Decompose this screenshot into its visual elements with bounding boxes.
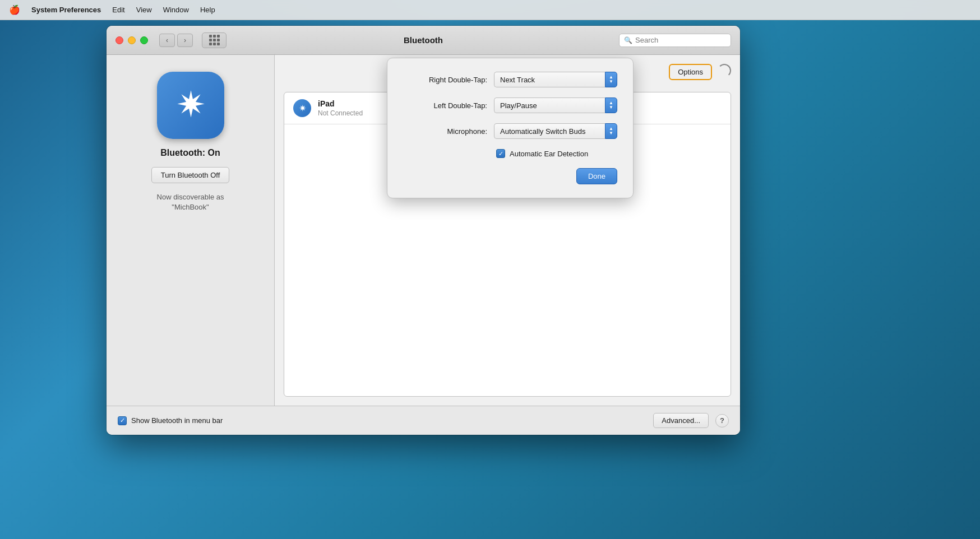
microphone-row: Microphone: Automatically Switch Buds ▲ … bbox=[403, 123, 617, 139]
bluetooth-status: Bluetooth: On bbox=[160, 148, 220, 158]
menubar-window[interactable]: Window bbox=[163, 6, 189, 14]
stepper-down-icon: ▼ bbox=[609, 131, 613, 136]
window-title: Bluetooth bbox=[404, 35, 443, 45]
left-double-tap-value: Play/Pause bbox=[494, 97, 605, 113]
system-preferences-window: ‹ › Bluetooth 🔍 ✴ Bluetooth: On bbox=[107, 26, 740, 435]
search-icon: 🔍 bbox=[624, 36, 632, 44]
nav-buttons: ‹ › bbox=[159, 34, 193, 47]
search-box[interactable]: 🔍 bbox=[619, 34, 731, 47]
auto-ear-checkbox[interactable]: ✓ bbox=[496, 149, 505, 158]
right-double-tap-row: Right Double-Tap: Next Track ▲ ▼ bbox=[403, 72, 617, 87]
right-double-tap-select[interactable]: Next Track ▲ ▼ bbox=[494, 72, 617, 87]
loading-spinner bbox=[718, 64, 731, 77]
traffic-lights bbox=[115, 36, 148, 44]
show-menubar-label: Show Bluetooth in menu bar bbox=[131, 416, 223, 425]
close-button[interactable] bbox=[115, 36, 123, 44]
done-row: Done bbox=[403, 168, 617, 184]
right-double-tap-label: Right Double-Tap: bbox=[403, 76, 487, 84]
grid-view-button[interactable] bbox=[202, 32, 226, 48]
stepper-down-icon: ▼ bbox=[609, 80, 613, 84]
apple-menu[interactable]: 🍎 bbox=[9, 4, 20, 15]
content-area: ✴ Bluetooth: On Turn Bluetooth Off Now d… bbox=[107, 55, 740, 406]
menubar: 🍎 System Preferences Edit View Window He… bbox=[0, 0, 980, 20]
menubar-view[interactable]: View bbox=[136, 6, 152, 14]
auto-ear-label: Automatic Ear Detection bbox=[510, 150, 588, 158]
discoverable-text: Now discoverable as "MichBook" bbox=[157, 192, 224, 212]
titlebar: ‹ › Bluetooth 🔍 bbox=[107, 26, 740, 55]
options-popover: Right Double-Tap: Next Track ▲ ▼ Left Do… bbox=[387, 58, 634, 198]
forward-button[interactable]: › bbox=[177, 34, 193, 47]
right-double-tap-stepper[interactable]: ▲ ▼ bbox=[605, 72, 617, 87]
microphone-stepper[interactable]: ▲ ▼ bbox=[605, 123, 617, 139]
auto-ear-row: ✓ Automatic Ear Detection bbox=[403, 149, 617, 158]
microphone-value: Automatically Switch Buds bbox=[494, 123, 605, 139]
grid-icon bbox=[209, 35, 220, 45]
show-menubar-section: ✓ Show Bluetooth in menu bar bbox=[118, 416, 646, 425]
menubar-edit[interactable]: Edit bbox=[112, 6, 124, 14]
back-button[interactable]: ‹ bbox=[159, 34, 175, 47]
options-area: Options bbox=[669, 64, 712, 80]
show-menubar-checkbox[interactable]: ✓ bbox=[118, 416, 127, 425]
help-button[interactable]: ? bbox=[715, 414, 729, 428]
search-input[interactable] bbox=[635, 36, 726, 44]
left-double-tap-row: Left Double-Tap: Play/Pause ▲ ▼ bbox=[403, 97, 617, 113]
bluetooth-symbol: ✴ bbox=[175, 87, 206, 123]
menubar-app-name[interactable]: System Preferences bbox=[31, 6, 101, 14]
done-button[interactable]: Done bbox=[576, 168, 617, 184]
options-button[interactable]: Options bbox=[669, 64, 712, 80]
maximize-button[interactable] bbox=[140, 36, 148, 44]
right-double-tap-value: Next Track bbox=[494, 72, 605, 87]
microphone-label: Microphone: bbox=[403, 127, 487, 136]
left-double-tap-label: Left Double-Tap: bbox=[403, 101, 487, 110]
left-panel: ✴ Bluetooth: On Turn Bluetooth Off Now d… bbox=[107, 55, 275, 406]
left-double-tap-select[interactable]: Play/Pause ▲ ▼ bbox=[494, 97, 617, 113]
menubar-help[interactable]: Help bbox=[200, 6, 215, 14]
bottom-bar: ✓ Show Bluetooth in menu bar Advanced...… bbox=[107, 406, 740, 435]
right-panel: Options ✴ iPad Not Connected Right Doubl… bbox=[275, 55, 740, 406]
minimize-button[interactable] bbox=[128, 36, 136, 44]
microphone-select[interactable]: Automatically Switch Buds ▲ ▼ bbox=[494, 123, 617, 139]
device-bluetooth-icon: ✴ bbox=[293, 99, 311, 117]
left-double-tap-stepper[interactable]: ▲ ▼ bbox=[605, 97, 617, 113]
advanced-button[interactable]: Advanced... bbox=[653, 413, 709, 428]
turn-bluetooth-off-button[interactable]: Turn Bluetooth Off bbox=[151, 167, 230, 183]
bluetooth-logo: ✴ bbox=[157, 72, 224, 139]
stepper-down-icon: ▼ bbox=[609, 105, 613, 110]
